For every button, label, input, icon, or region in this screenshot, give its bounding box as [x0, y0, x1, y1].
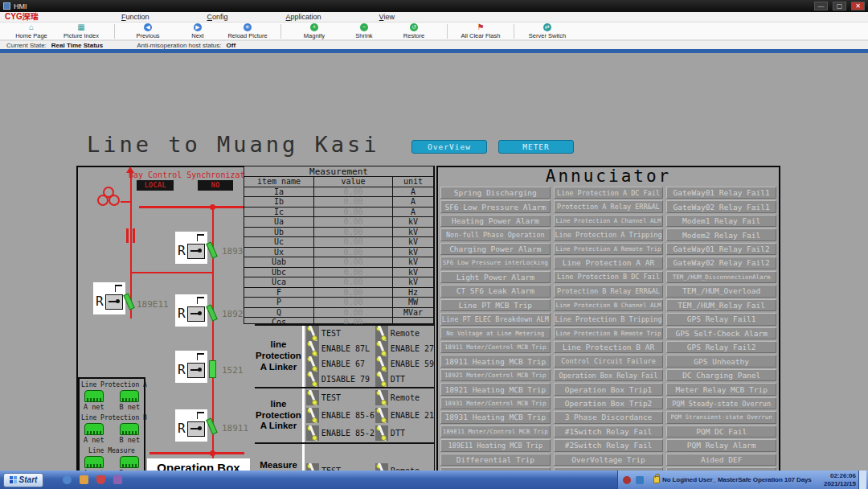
- maximize-button[interactable]: ▢: [833, 2, 846, 10]
- annunciator-tile[interactable]: Line Protection A DC Fail: [554, 187, 664, 199]
- annunciator-tile[interactable]: No Voltage at Line Metering: [440, 327, 551, 339]
- annunciator-tile[interactable]: Heating Power Alarm: [440, 215, 551, 227]
- annunciator-tile[interactable]: 18931 Heating MCB Trip: [440, 411, 551, 423]
- toolbar-button-home[interactable]: ⌂Home Page: [6, 23, 56, 39]
- linker-switch-icon[interactable]: [375, 326, 388, 341]
- linker-switch-icon[interactable]: [306, 356, 319, 372]
- annunciator-tile[interactable]: 189E11 Heating MCB Trip: [440, 439, 551, 451]
- annunciator-tile[interactable]: Line Protection B Channel ALM: [554, 299, 664, 311]
- annunciator-tile[interactable]: Line Protection A Channel ALM: [554, 215, 664, 227]
- annunciator-tile[interactable]: DC Charging Panel: [666, 369, 776, 381]
- shield-icon[interactable]: [96, 475, 105, 484]
- minimize-button[interactable]: —: [814, 2, 828, 10]
- annunciator-tile[interactable]: 3 Phase Discordance: [554, 411, 664, 423]
- linker-switch-icon[interactable]: [375, 425, 388, 441]
- linker-switch-icon[interactable]: [375, 408, 388, 423]
- annunciator-tile[interactable]: 18911 Moter/Control MCB Trip: [440, 341, 551, 353]
- annunciator-tile[interactable]: PQM Steady-state Overrun: [666, 397, 776, 409]
- linker-switch-icon[interactable]: [306, 408, 319, 423]
- eye-icon[interactable]: [63, 475, 72, 484]
- annunciator-tile[interactable]: CT SF6 Leak Alarm: [440, 285, 551, 297]
- annunciator-tile[interactable]: 189E11 Moter/Control MCB Trip: [440, 425, 551, 438]
- annunciator-tile[interactable]: Meter Relay MCB Trip: [666, 383, 776, 395]
- linker-switch-icon[interactable]: [306, 425, 319, 441]
- toolbar-button-magnify[interactable]: +Magnify: [289, 23, 339, 39]
- linker-switch-icon[interactable]: [375, 390, 388, 405]
- annunciator-tile[interactable]: 18931 Moter/Control MCB Trip: [440, 397, 551, 409]
- menu-item-view[interactable]: View: [379, 13, 395, 21]
- annunciator-tile[interactable]: SF6 Low Pressure Alarm: [440, 200, 551, 212]
- relay-unit-189E11[interactable]: R: [93, 282, 125, 314]
- annunciator-tile[interactable]: Line PT MCB Trip: [440, 299, 551, 311]
- annunciator-tile[interactable]: 18921 Heating MCB Trip: [440, 383, 551, 395]
- annunciator-tile[interactable]: Line Protection B Remote Trip: [554, 327, 664, 339]
- taskbar-clock[interactable]: 02:26:06 2021/12/15: [824, 472, 858, 488]
- annunciator-tile[interactable]: Aided DEF: [666, 454, 776, 466]
- annunciator-tile[interactable]: TEM_/HUM_Relay Fail: [666, 299, 776, 311]
- media-icon[interactable]: [80, 475, 88, 484]
- show-desktop-button[interactable]: [858, 471, 866, 489]
- annunciator-tile[interactable]: GateWay02 Relay Fail1: [666, 200, 776, 212]
- annunciator-tile[interactable]: Non-full Phase Operation: [440, 228, 551, 240]
- relay-unit-1521[interactable]: R: [175, 351, 207, 383]
- annunciator-tile[interactable]: Protection B Relay ERR&AL: [554, 285, 664, 297]
- linker-switch-icon[interactable]: [375, 356, 388, 372]
- close-button[interactable]: ✕: [851, 2, 865, 10]
- linker-switch-icon[interactable]: [375, 372, 388, 387]
- annunciator-tile[interactable]: GateWay01 Relay Fail1: [666, 187, 776, 199]
- toolbar-button-server[interactable]: ⇄Server Switch: [522, 23, 572, 39]
- relay-unit-18911[interactable]: R: [175, 409, 207, 442]
- annunciator-tile[interactable]: 18911 Heating MCB Trip: [440, 355, 551, 367]
- annunciator-tile[interactable]: Operation Box Trip2: [554, 397, 664, 409]
- annunciator-tile[interactable]: SF6 Low Pressure interLocking: [440, 257, 551, 269]
- app-icon[interactable]: [113, 475, 122, 484]
- annunciator-tile[interactable]: Differential Trip: [440, 454, 551, 466]
- annunciator-tile[interactable]: 18921 Moter/Control MCB Trip: [440, 369, 551, 381]
- toolbar-button-index[interactable]: ▦Picture Index: [56, 23, 106, 39]
- linker-switch-icon[interactable]: [306, 326, 319, 341]
- switch-1521-icon[interactable]: [209, 360, 216, 378]
- annunciator-tile[interactable]: Line Protection B Tripping: [554, 313, 664, 325]
- linker-switch-icon[interactable]: [375, 341, 388, 356]
- annunciator-tile[interactable]: TEM_/HUM_DisconnectionAlarm: [666, 271, 776, 283]
- annunciator-tile[interactable]: GPS Self-Check Alarm: [666, 327, 776, 339]
- linker-switch-icon[interactable]: [306, 372, 319, 387]
- annunciator-tile[interactable]: Line Protection A Tripping: [554, 228, 664, 240]
- annunciator-tile[interactable]: Spring Discharging: [440, 187, 551, 199]
- menu-item-function[interactable]: Function: [121, 13, 149, 21]
- toolbar-button-next[interactable]: ▶Next: [173, 23, 223, 39]
- annunciator-tile[interactable]: GPS Relay Fail2: [666, 341, 776, 353]
- annunciator-tile[interactable]: Charging Power Alarm: [440, 243, 551, 255]
- annunciator-tile[interactable]: GateWay01 Relay Fail2: [666, 243, 776, 255]
- linker-switch-icon[interactable]: [306, 390, 319, 405]
- annunciator-tile[interactable]: GPS Unheathy: [666, 355, 776, 367]
- annunciator-tile[interactable]: TEM_/HUM_Overload: [666, 285, 776, 297]
- annunciator-tile[interactable]: PQM Relay Alarm: [666, 439, 776, 451]
- annunciator-tile[interactable]: #2Switch Relay Fail: [554, 439, 664, 451]
- annunciator-tile[interactable]: Protection A Relay ERR&AL: [554, 200, 664, 212]
- annunciator-tile[interactable]: OverVoltage Trip: [554, 454, 664, 466]
- relay-unit-18931[interactable]: R: [175, 232, 207, 264]
- annunciator-tile[interactable]: Line PT ELEC Breakdown ALM: [440, 313, 551, 325]
- linker-switch-icon[interactable]: [306, 341, 319, 356]
- overview-button[interactable]: OverView: [411, 140, 487, 154]
- annunciator-tile[interactable]: GateWay02 Relay Fail2: [666, 257, 776, 269]
- menu-item-application[interactable]: Application: [286, 13, 321, 21]
- toolbar-button-reload[interactable]: ✳Reload Picture: [223, 23, 272, 39]
- annunciator-tile[interactable]: Line Protection A AR: [554, 257, 664, 269]
- annunciator-tile[interactable]: Line Protection B DC Fail: [554, 271, 664, 283]
- toolbar-button-prev[interactable]: ◀Previous: [123, 23, 173, 39]
- annunciator-tile[interactable]: Modem2 Relay Fail: [666, 228, 776, 240]
- annunciator-tile[interactable]: Line Protection B AR: [554, 341, 664, 353]
- toolbar-button-shrink[interactable]: −Shrink: [339, 23, 389, 39]
- annunciator-tile[interactable]: Modem1 Relay Fail: [666, 215, 776, 227]
- display-icon[interactable]: [636, 476, 644, 484]
- alarm-icon[interactable]: [623, 476, 631, 484]
- annunciator-tile[interactable]: Light Power Alarm: [440, 271, 551, 283]
- toolbar-button-flash[interactable]: ⚑All Clear Flash: [456, 23, 506, 39]
- annunciator-tile[interactable]: Operation Box Relay Fail: [554, 369, 664, 381]
- start-button[interactable]: Start: [3, 473, 43, 487]
- annunciator-tile[interactable]: PQM Stransient-state Overrun: [666, 411, 776, 423]
- annunciator-tile[interactable]: Control Circuit Failure: [554, 355, 664, 367]
- meter-button[interactable]: METER: [498, 140, 574, 154]
